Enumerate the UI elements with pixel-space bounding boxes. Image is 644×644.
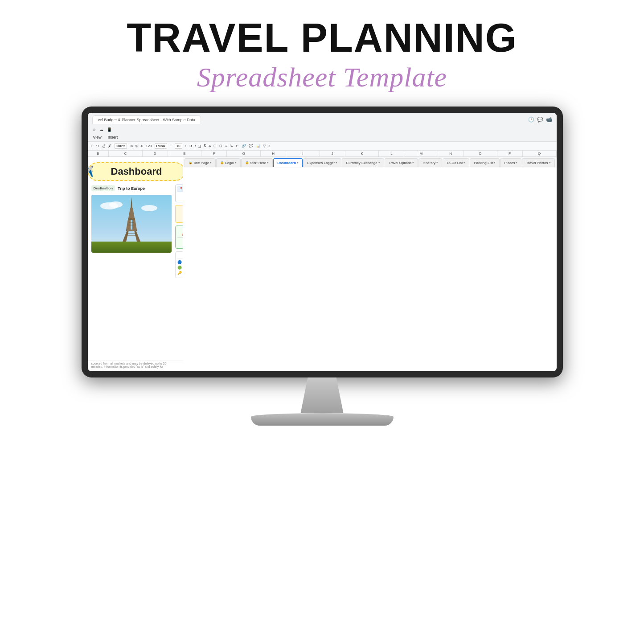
tab-travel-options[interactable]: Travel Options ▾: [385, 158, 418, 167]
col-e: E: [168, 151, 202, 156]
monitor-stand-base: [251, 413, 394, 426]
function-btn[interactable]: Σ: [268, 144, 271, 148]
minus-btn[interactable]: −: [170, 144, 172, 148]
days-value: -289: [177, 216, 183, 221]
border-btn[interactable]: ⊞: [213, 144, 217, 148]
destination-label: Destination: [91, 185, 115, 191]
chart-btn[interactable]: 📊: [256, 144, 260, 148]
destination-value: Trip to Europe: [118, 186, 145, 191]
budget-title: 🐷 Budget Overview: [177, 228, 183, 232]
countdown-box: 🔥 Pre-departure Countdown Days -289: [175, 205, 183, 223]
paint-btn[interactable]: 🖌: [108, 144, 112, 148]
font-select[interactable]: Rubik: [155, 143, 167, 149]
align-btn[interactable]: ≡: [225, 144, 227, 148]
budget-col: 🐷 Budget 7,000: [177, 233, 183, 246]
ss-content: ✈️ Dashboard Destination Trip to Europe: [88, 157, 557, 369]
lock-icon-start: 🔒: [245, 161, 249, 164]
budget-col-header: 🐷 Budget: [177, 233, 183, 238]
tab-itinerary[interactable]: Itinerary ▾: [418, 158, 442, 167]
tab-packing[interactable]: Packing List ▾: [470, 158, 500, 167]
col-m: M: [404, 151, 438, 156]
history-icon[interactable]: 🕐: [528, 117, 534, 123]
eiffel-image: [91, 195, 172, 253]
tab-start-here[interactable]: 🔒 Start Here ▾: [241, 158, 273, 167]
monitor-outer: vel Budget & Planner Spreadsheet - With …: [82, 107, 563, 377]
main-title: TRAVEL PLANNING: [0, 18, 644, 58]
countdown-title: 🔥 Pre-departure Countdown: [177, 207, 183, 211]
dashboard-header: ✈️ Dashboard: [88, 157, 183, 185]
menu-view[interactable]: View: [93, 135, 102, 139]
undo-btn[interactable]: ↩: [90, 144, 94, 148]
browser-top-bar: vel Budget & Planner Spreadsheet - With …: [92, 115, 552, 124]
checklist-box: ✔ Yes ✘ No 🔵 Passport ☑: [175, 251, 183, 278]
menu-insert[interactable]: Insert: [108, 135, 118, 139]
vaccine-icon: 🔑: [177, 271, 182, 275]
tab-photos[interactable]: Travel Photos ▾: [522, 158, 554, 167]
tab-arrow: ▾: [210, 161, 212, 164]
svg-rect-10: [128, 218, 135, 220]
merge-btn[interactable]: ⊡: [219, 144, 222, 148]
sheet-tabs: 🔒 Title Page ▾ 🔒 Legal ▾ 🔒 Start Here ▾: [183, 157, 557, 168]
color-btn[interactable]: A: [209, 144, 211, 148]
passport-icon: 🔵: [177, 260, 182, 264]
tab-todo[interactable]: To-Do List ▾: [443, 158, 469, 167]
video-icon[interactable]: 📹: [546, 117, 552, 123]
underline-btn[interactable]: U: [198, 144, 201, 148]
phone-icon[interactable]: 📱: [107, 127, 112, 132]
dollar-btn[interactable]: $: [135, 144, 137, 148]
filter-btn[interactable]: ▽: [263, 144, 266, 148]
destination-row: Destination Trip to Europe: [91, 185, 172, 192]
col-c: C: [109, 151, 143, 156]
comment-btn[interactable]: 💬: [249, 144, 253, 148]
monitor-stand-neck: [287, 377, 358, 413]
decimal-btn[interactable]: .0: [140, 144, 144, 148]
left-panel: Destination Trip to Europe: [91, 185, 172, 357]
dashboard-title-box: ✈️ Dashboard: [88, 162, 183, 181]
currency-value: $ -: [177, 192, 183, 198]
tab-legal[interactable]: 🔒 Legal ▾: [216, 158, 241, 167]
valign-btn[interactable]: ⇅: [230, 144, 233, 148]
svg-point-2: [109, 201, 123, 208]
col-j: J: [320, 151, 345, 156]
wrap-btn[interactable]: ↵: [236, 144, 239, 148]
italic-btn[interactable]: I: [195, 144, 196, 148]
redo-btn[interactable]: ↪: [96, 144, 99, 148]
tab-places[interactable]: Places ▾: [500, 158, 521, 167]
info-row: 📍 Currency $ -: [175, 185, 183, 202]
bold-btn[interactable]: B: [189, 144, 192, 148]
chat-icon[interactable]: 💬: [537, 117, 543, 123]
checklist-vaccine: 🔑 Vaccine Required ☑: [177, 271, 183, 275]
num-btn[interactable]: 123: [146, 144, 152, 148]
browser-chrome: vel Budget & Planner Spreadsheet - With …: [88, 113, 557, 142]
star-icon[interactable]: ☆: [92, 127, 96, 132]
col-l: L: [379, 151, 404, 156]
monitor-screen: vel Budget & Planner Spreadsheet - With …: [88, 113, 557, 371]
zoom-select[interactable]: 100%: [115, 143, 127, 149]
dashboard-body: Destination Trip to Europe: [88, 185, 183, 361]
tab-expenses-logger[interactable]: Expenses Logger ▾: [303, 158, 341, 167]
page-title-area: TRAVEL PLANNING Spreadsheet Template: [0, 0, 644, 102]
col-g: G: [227, 151, 261, 156]
budget-number: 7,000: [177, 239, 183, 244]
strike-btn[interactable]: S̶: [204, 144, 206, 148]
plus-btn[interactable]: +: [185, 144, 187, 148]
percent-btn[interactable]: %: [130, 144, 133, 148]
monitor-wrapper: vel Budget & Planner Spreadsheet - With …: [82, 107, 563, 426]
tab-dashboard[interactable]: Dashboard ▾: [273, 158, 303, 167]
checklist-visa: 🟢 Visa ☑: [177, 265, 183, 270]
plane-icon: ✈️: [88, 165, 94, 178]
countdown-grid: Days -289 Hours Minutes: [177, 213, 183, 221]
tab-title-page[interactable]: 🔒 Title Page ▾: [185, 158, 216, 167]
tab-currency-exchange[interactable]: Currency Exchange ▾: [342, 158, 384, 167]
font-size-select[interactable]: 10: [175, 143, 182, 149]
budget-icon: 🐷: [181, 233, 183, 237]
cloud-icon[interactable]: ☁: [99, 127, 103, 132]
lock-icon-legal: 🔒: [220, 161, 224, 164]
budget-box: 🐷 Budget Overview 🐷 Budget: [175, 226, 183, 249]
print-btn[interactable]: 🖨: [102, 144, 106, 148]
budget-grid: 🐷 Budget 7,000 💸 Spent: [177, 233, 183, 246]
link-btn[interactable]: 🔗: [242, 144, 246, 148]
col-i: I: [286, 151, 320, 156]
browser-tab[interactable]: vel Budget & Planner Spreadsheet - With …: [92, 115, 201, 124]
days-label: Days: [177, 213, 183, 216]
